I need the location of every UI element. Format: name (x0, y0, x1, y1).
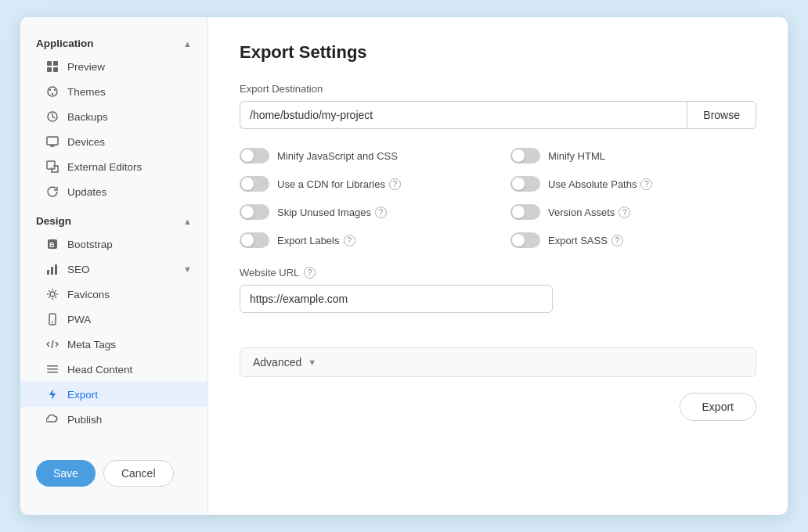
export-labels-help-icon[interactable]: ? (344, 235, 355, 246)
sidebar-item-updates[interactable]: Updates (20, 179, 207, 204)
application-chevron-icon: ▲ (183, 39, 192, 49)
pwa-label: PWA (67, 314, 91, 325)
sidebar-item-meta-tags[interactable]: Meta Tags (20, 332, 207, 357)
toggle-skip-unused-images-switch[interactable] (240, 204, 269, 220)
toggle-minify-html-switch[interactable] (510, 148, 540, 164)
toggle-export-sass-label: Export SASS ? (548, 235, 623, 246)
svg-point-7 (52, 93, 53, 95)
cancel-button[interactable]: Cancel (103, 460, 174, 487)
sidebar-item-themes[interactable]: Themes (20, 79, 207, 104)
toggle-use-absolute-paths-label: Use Absolute Paths ? (548, 178, 652, 190)
export-destination-section: Export Destination Browse (240, 83, 756, 148)
clock-icon (45, 110, 60, 124)
save-button[interactable]: Save (36, 460, 96, 487)
toggles-grid: Minify JavaScript and CSS Minify HTML Us… (240, 148, 756, 248)
export-destination-input[interactable] (240, 101, 687, 129)
toggle-use-cdn: Use a CDN for Libraries ? (240, 176, 485, 192)
version-assets-help-icon[interactable]: ? (619, 207, 630, 218)
svg-marker-25 (49, 389, 56, 400)
main-content: Export Settings Export Destination Brows… (208, 17, 788, 515)
export-destination-label: Export Destination (240, 83, 756, 95)
phone-icon (45, 312, 60, 326)
code-icon (45, 337, 60, 351)
page-title: Export Settings (240, 42, 756, 63)
toggle-version-assets: Version Assets ? (510, 204, 756, 220)
toggle-skip-unused-images: Skip Unused Images ? (240, 204, 485, 220)
advanced-label: Advanced (253, 356, 301, 368)
toggle-export-sass: Export SASS ? (510, 232, 756, 248)
toggle-export-labels-switch[interactable] (240, 232, 269, 248)
main-footer: Export (240, 393, 756, 421)
svg-point-6 (54, 89, 56, 91)
toggle-export-labels: Export Labels ? (240, 232, 485, 248)
website-url-help-icon[interactable]: ? (304, 267, 316, 279)
svg-rect-22 (47, 365, 58, 367)
list-icon (45, 362, 60, 376)
toggle-minify-html: Minify HTML (510, 148, 756, 164)
sidebar-item-pwa[interactable]: PWA (20, 307, 207, 332)
svg-line-21 (52, 340, 53, 348)
toggle-minify-js-css-switch[interactable] (240, 148, 269, 164)
sidebar: Application ▲ Preview Themes Backups D (20, 17, 208, 515)
export-button[interactable]: Export (680, 393, 756, 421)
seo-expand-icon[interactable]: ▼ (183, 264, 192, 274)
sidebar-item-publish[interactable]: Publish (20, 407, 207, 432)
sidebar-item-head-content[interactable]: Head Content (20, 357, 207, 382)
svg-rect-9 (47, 137, 58, 145)
svg-rect-16 (51, 267, 53, 275)
svg-rect-12 (47, 161, 55, 169)
sidebar-item-devices[interactable]: Devices (20, 129, 207, 154)
sidebar-section-application[interactable]: Application ▲ (20, 33, 207, 54)
toggle-minify-js-css-label: Minify JavaScript and CSS (277, 150, 398, 162)
sidebar-item-bootstrap[interactable]: B Bootstrap (20, 232, 207, 257)
skip-unused-images-help-icon[interactable]: ? (375, 207, 387, 218)
toggle-minify-html-label: Minify HTML (548, 150, 605, 162)
use-cdn-help-icon[interactable]: ? (389, 178, 401, 190)
bootstrap-icon: B (45, 237, 60, 251)
svg-point-5 (49, 89, 51, 91)
export-label: Export (67, 389, 98, 401)
palette-icon (45, 84, 60, 99)
svg-text:B: B (49, 241, 55, 249)
favicons-label: Favicons (67, 289, 110, 300)
sidebar-item-seo[interactable]: SEO ▼ (20, 257, 207, 282)
toggle-use-absolute-paths-switch[interactable] (510, 176, 540, 192)
toggle-export-sass-switch[interactable] (510, 232, 540, 248)
design-chevron-icon: ▲ (183, 217, 192, 226)
sidebar-item-export[interactable]: Export (20, 382, 207, 407)
svg-rect-2 (47, 67, 52, 72)
themes-label: Themes (67, 86, 106, 98)
sidebar-item-external-editors[interactable]: External Editors (20, 154, 207, 179)
export-sass-help-icon[interactable]: ? (611, 235, 623, 246)
sidebar-item-preview[interactable]: Preview (20, 54, 207, 79)
refresh-icon (45, 185, 60, 199)
toggle-use-absolute-paths: Use Absolute Paths ? (510, 176, 756, 192)
design-section-label: Design (36, 215, 71, 227)
bootstrap-label: Bootstrap (67, 239, 113, 250)
use-absolute-paths-help-icon[interactable]: ? (640, 178, 652, 190)
settings-icon (45, 287, 60, 301)
browse-button[interactable]: Browse (687, 101, 756, 129)
grid-icon (45, 59, 60, 74)
advanced-section: Advanced ▼ (240, 347, 756, 377)
advanced-header[interactable]: Advanced ▼ (240, 348, 756, 376)
website-url-input[interactable] (240, 285, 553, 313)
sidebar-item-backups[interactable]: Backups (20, 104, 207, 129)
website-url-label: Website URL ? (240, 267, 756, 279)
toggle-minify-js-css: Minify JavaScript and CSS (240, 148, 485, 164)
svg-rect-0 (47, 61, 52, 66)
preview-label: Preview (67, 61, 105, 73)
meta-tags-label: Meta Tags (67, 339, 116, 350)
toggle-version-assets-switch[interactable] (510, 204, 540, 220)
external-icon (45, 160, 60, 174)
toggle-use-cdn-switch[interactable] (240, 176, 269, 192)
sidebar-section-design[interactable]: Design ▲ (20, 210, 207, 232)
updates-label: Updates (67, 186, 106, 198)
sidebar-item-favicons[interactable]: Favicons (20, 282, 207, 307)
svg-rect-1 (53, 61, 58, 66)
svg-rect-17 (55, 264, 57, 275)
toggle-export-labels-label: Export Labels ? (277, 235, 355, 246)
export-destination-row: Browse (240, 101, 756, 129)
publish-label: Publish (67, 414, 102, 426)
advanced-chevron-icon: ▼ (308, 358, 316, 367)
